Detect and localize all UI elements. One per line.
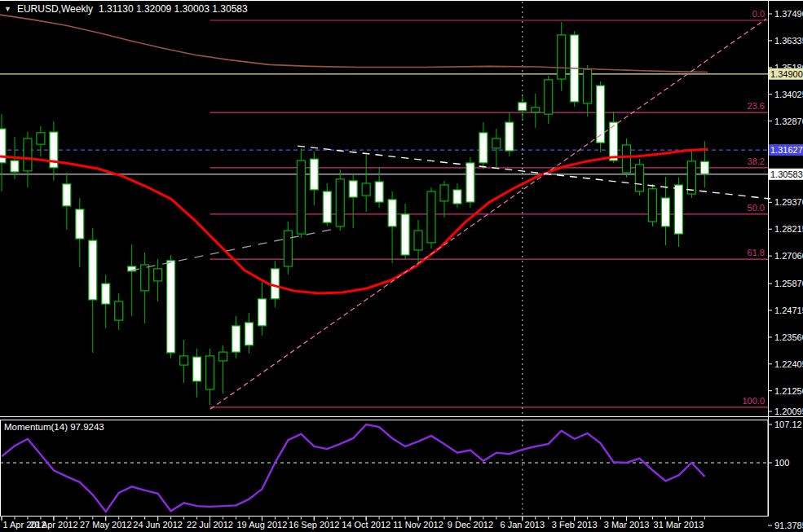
price-chart-canvas[interactable]: 0.023.638.250.061.8100.01.374901.363351.… [0,0,803,532]
price-badge-value: 1.31627 [770,145,803,155]
candle-body [193,357,201,381]
candle-body [297,160,305,234]
candle-body [258,299,266,326]
candle-body [362,183,370,196]
candle-body [310,159,318,190]
date-tick-label: 3 Mar 2013 [604,520,650,530]
chart-background [0,0,803,532]
candle [427,187,435,248]
price-tick-label: 1.22405 [774,359,803,369]
candle-body [218,352,227,361]
candle-body [115,301,123,320]
candle-body [89,240,97,300]
candle-body [584,69,592,103]
price-tick-label: 1.36335 [774,36,803,46]
fib-label-61.8: 61.8 [748,248,765,257]
price-tick-label: 1.23560 [774,332,803,342]
price-badge-value: 1.30583 [770,169,803,179]
candle-body [167,261,175,353]
price-tick-label: 1.37490 [774,9,803,19]
date-tick-label: 29 Apr 2012 [29,520,77,530]
fib-label-23.6: 23.6 [748,101,765,111]
candle-body [505,122,514,151]
candle-body [518,103,527,111]
candle-body [687,161,695,194]
candle-body [388,200,396,226]
candle-body [76,209,84,239]
candle-body [466,163,474,202]
candle-body [336,179,344,226]
momentum-indicator-label: Momentum(14) 97.9243 [4,422,104,432]
momentum-tick-label: 107.12 [774,420,802,429]
price-tick-label: 1.34025 [774,90,803,99]
price-tick-label: 1.27060 [774,251,803,261]
candle-body [649,189,657,222]
date-tick-label: 11 Nov 2012 [393,520,443,530]
candle-body [37,133,45,144]
ohlc-values: 1.31130 1.32009 1.30003 1.30583 [99,3,248,15]
candle-body [674,185,682,234]
date-tick-label: 16 Sep 2012 [289,520,339,530]
date-tick-label: 9 Dec 2012 [448,520,493,530]
fib-label-50.0: 50.0 [748,203,765,213]
candle-body [375,182,383,202]
candle-body [180,356,188,365]
date-tick-label: 24 Jun 2012 [133,520,183,530]
candle-body [284,231,292,266]
symbol-marker-icon[interactable]: ▼ [4,6,11,13]
candle-body [492,138,501,148]
price-tick-label: 1.20095 [774,407,803,416]
price-badge: 1.34900 [769,68,803,80]
date-tick-label: 3 Feb 2013 [552,520,598,530]
price-tick-label: 1.32870 [774,117,803,126]
candle-body [700,161,708,174]
candle-body [206,356,214,389]
candle-body [323,191,331,222]
date-tick-label: 14 Oct 2012 [342,520,390,530]
candle-body [453,190,461,204]
date-tick-label: 22 Jul 2012 [187,520,233,530]
candle-body [271,269,279,299]
candle-body [414,231,422,250]
candle-body [440,185,448,201]
candle-body [623,145,631,173]
candle-body [245,323,253,345]
price-tick-label: 1.24715 [774,306,803,315]
date-tick-label: 31 Mar 2013 [654,520,704,530]
fib-label-0.0: 0.0 [752,9,765,19]
price-tick-label: 1.21250 [774,386,803,396]
momentum-tick-label: 100 [774,458,789,468]
candle-body [532,108,540,112]
fib-label-100.0: 100.0 [742,396,765,406]
date-tick-label: 6 Jan 2013 [501,520,545,530]
symbol-period-label: EURUSD,Weekly [17,3,93,15]
price-badge: 1.31627 [769,144,803,156]
candle-body [661,198,669,226]
candle-body [24,138,32,171]
candle-body [349,181,357,197]
momentum-tick-label: 91.3785 [774,521,803,530]
date-tick-label: 27 May 2012 [80,520,132,530]
candle-body [427,191,435,243]
date-tick-label: 19 Aug 2012 [237,520,288,530]
candle-body [141,265,149,291]
candle-body [479,133,488,163]
candle-body [232,326,240,352]
candle-body [102,284,110,304]
chart-window: 0.023.638.250.061.8100.01.374901.363351.… [0,0,803,532]
symbol-quote-line: ▼ EURUSD,Weekly 1.31130 1.32009 1.30003 … [4,3,248,15]
candle-body [63,184,71,206]
candle-body [597,86,605,143]
price-tick-label: 1.25870 [774,279,803,288]
candle [636,159,644,196]
candle [167,255,175,358]
candle-body [636,165,644,191]
candle [297,148,305,238]
price-tick-label: 1.29370 [774,197,803,207]
candle-body [401,214,409,255]
price-badge: 1.30583 [769,169,803,180]
price-tick-label: 1.28215 [774,224,803,234]
candle [597,81,605,152]
candle-body [154,269,162,281]
candle-body [558,35,566,79]
